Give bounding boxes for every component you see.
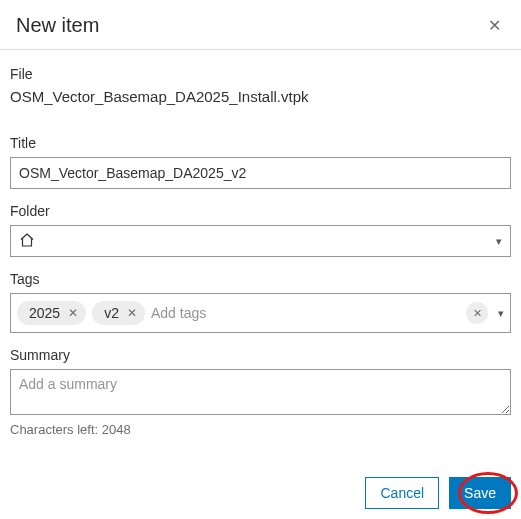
summary-label: Summary (10, 347, 511, 363)
modal-title: New item (16, 14, 99, 37)
tag-chip: v2 ✕ (92, 301, 145, 325)
tag-chip: 2025 ✕ (17, 301, 86, 325)
file-label: File (10, 66, 511, 82)
save-button[interactable]: Save (449, 477, 511, 509)
tags-text-input[interactable] (151, 305, 460, 321)
folder-label: Folder (10, 203, 511, 219)
close-icon: ✕ (488, 17, 501, 34)
tag-remove-icon[interactable]: ✕ (127, 306, 137, 320)
title-input[interactable] (10, 157, 511, 189)
home-icon (19, 232, 35, 251)
close-icon: ✕ (473, 307, 482, 320)
tag-text: 2025 (29, 305, 60, 321)
chevron-down-icon[interactable]: ▾ (498, 307, 504, 320)
tag-remove-icon[interactable]: ✕ (68, 306, 78, 320)
tags-clear-button[interactable]: ✕ (466, 302, 488, 324)
chevron-down-icon: ▾ (496, 235, 502, 248)
folder-select[interactable]: ▾ (10, 225, 511, 257)
title-label: Title (10, 135, 511, 151)
tag-text: v2 (104, 305, 119, 321)
summary-textarea[interactable] (10, 369, 511, 415)
tags-input-container[interactable]: 2025 ✕ v2 ✕ ✕ ▾ (10, 293, 511, 333)
close-button[interactable]: ✕ (484, 14, 505, 37)
tags-label: Tags (10, 271, 511, 287)
cancel-button[interactable]: Cancel (365, 477, 439, 509)
file-name: OSM_Vector_Basemap_DA2025_Install.vtpk (10, 88, 511, 105)
characters-left: Characters left: 2048 (10, 422, 511, 437)
